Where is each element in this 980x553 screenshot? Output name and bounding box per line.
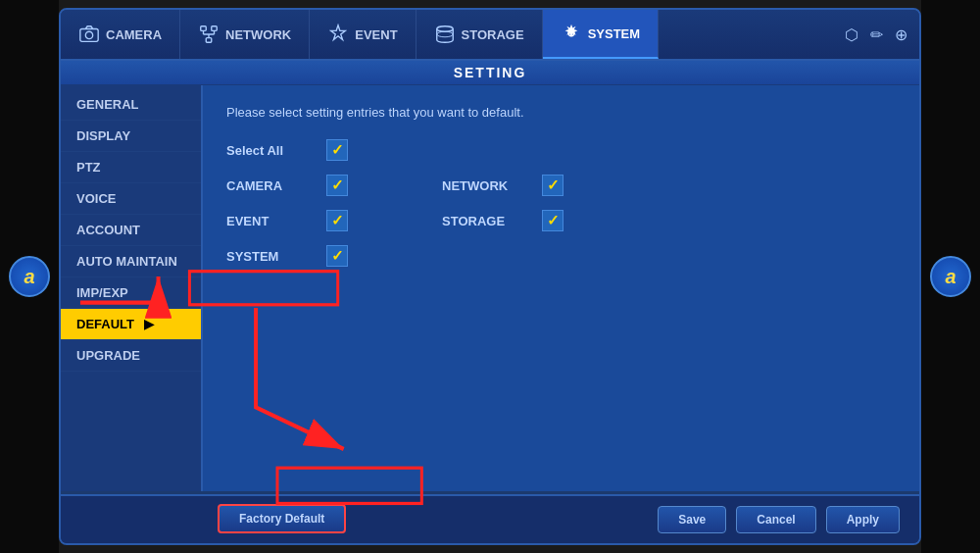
tab-camera[interactable]: CAMERA <box>61 10 180 59</box>
apply-button[interactable]: Apply <box>826 506 900 533</box>
content-description: Please select setting entries that you w… <box>226 105 896 120</box>
checkbox-system[interactable] <box>326 245 348 267</box>
setting-row-storage: STORAGE <box>442 210 638 231</box>
svg-rect-0 <box>80 29 98 42</box>
settings-grid: Select All CAMERA NETWORK EVENT <box>226 139 896 267</box>
factory-default-button[interactable]: Factory Default <box>218 504 346 533</box>
svg-rect-4 <box>206 38 212 43</box>
top-nav: CAMERA NETWORK EVENT <box>61 10 919 61</box>
sidebar-item-general[interactable]: GENERAL <box>61 89 201 121</box>
share-icon[interactable]: ⬡ <box>845 25 858 44</box>
content-panel: Please select setting entries that you w… <box>203 85 919 491</box>
setting-label-storage: STORAGE <box>442 214 530 228</box>
tab-system-label: SYSTEM <box>588 26 640 41</box>
setting-row-system: SYSTEM <box>226 245 422 267</box>
left-panel: a <box>0 0 59 553</box>
setting-label-system: SYSTEM <box>226 249 315 264</box>
setting-label-event: EVENT <box>226 214 315 228</box>
setting-row-network: NETWORK <box>442 175 638 196</box>
checkbox-event[interactable] <box>326 210 348 231</box>
setting-row-select-all: Select All <box>226 139 422 161</box>
page-title: SETTING <box>61 61 919 85</box>
sidebar-item-voice[interactable]: VOICE <box>61 183 201 215</box>
sidebar-item-account[interactable]: ACCOUNT <box>61 215 201 246</box>
pencil-icon[interactable]: ✏ <box>870 25 883 44</box>
svg-rect-2 <box>201 26 207 31</box>
tab-event-label: EVENT <box>355 27 397 42</box>
svg-rect-3 <box>212 26 218 31</box>
tab-system[interactable]: SYSTEM <box>543 10 659 59</box>
setting-label-camera: CAMERA <box>226 178 315 193</box>
logo-left: a <box>9 256 50 297</box>
tab-network[interactable]: NETWORK <box>180 10 310 59</box>
checkbox-network[interactable] <box>542 175 564 196</box>
sidebar-item-default[interactable]: DEFAULT ▶ <box>61 309 201 340</box>
sidebar-item-display[interactable]: DISPLAY <box>61 121 201 152</box>
tab-event[interactable]: EVENT <box>310 10 416 59</box>
tab-camera-label: CAMERA <box>106 27 162 42</box>
bottom-bar: Factory Default Save Cancel Apply <box>61 494 919 543</box>
tab-network-label: NETWORK <box>225 27 291 42</box>
sidebar-item-upgrade[interactable]: UPGRADE <box>61 340 201 372</box>
sidebar-item-ptz[interactable]: PTZ <box>61 152 201 183</box>
svg-point-1 <box>85 31 92 38</box>
checkbox-select-all[interactable] <box>326 139 348 161</box>
sidebar-item-auto-maintain[interactable]: AUTO MAINTAIN <box>61 246 201 277</box>
logo-right: a <box>930 256 971 297</box>
main-content: GENERAL DISPLAY PTZ VOICE ACCOUNT AUTO M… <box>61 85 919 491</box>
setting-label-network: NETWORK <box>442 178 530 193</box>
setting-row-camera: CAMERA <box>226 175 422 196</box>
tab-storage[interactable]: STORAGE <box>416 10 543 59</box>
svg-point-10 <box>436 31 453 37</box>
setting-label-select-all: Select All <box>226 143 315 158</box>
tab-storage-label: STORAGE <box>462 27 524 42</box>
main-frame: CAMERA NETWORK EVENT <box>59 8 921 545</box>
checkbox-camera[interactable] <box>326 175 348 196</box>
zoom-icon[interactable]: ⊕ <box>895 25 907 44</box>
factory-default-area: Factory Default <box>218 504 346 533</box>
sidebar-item-imp-exp[interactable]: IMP/EXP <box>61 277 201 309</box>
top-right-icons: ⬡ ✏ ⊕ <box>845 25 919 44</box>
right-panel: a <box>921 0 980 553</box>
cancel-button[interactable]: Cancel <box>736 506 815 533</box>
svg-point-9 <box>436 26 453 32</box>
checkbox-storage[interactable] <box>542 210 564 231</box>
setting-row-event: EVENT <box>226 210 422 231</box>
sidebar: GENERAL DISPLAY PTZ VOICE ACCOUNT AUTO M… <box>61 85 203 491</box>
save-button[interactable]: Save <box>658 506 726 533</box>
